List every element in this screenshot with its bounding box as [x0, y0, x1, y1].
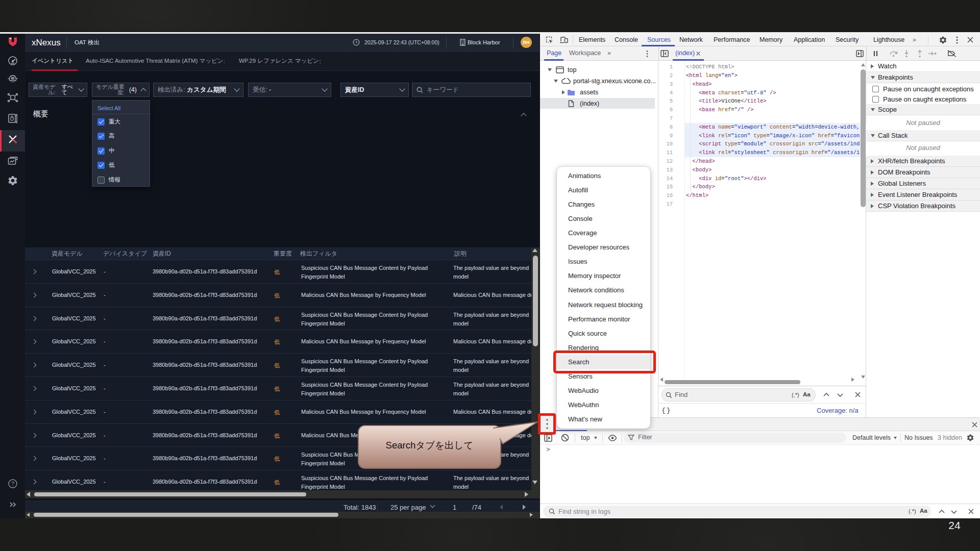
svg-text:?: ? — [11, 481, 14, 487]
